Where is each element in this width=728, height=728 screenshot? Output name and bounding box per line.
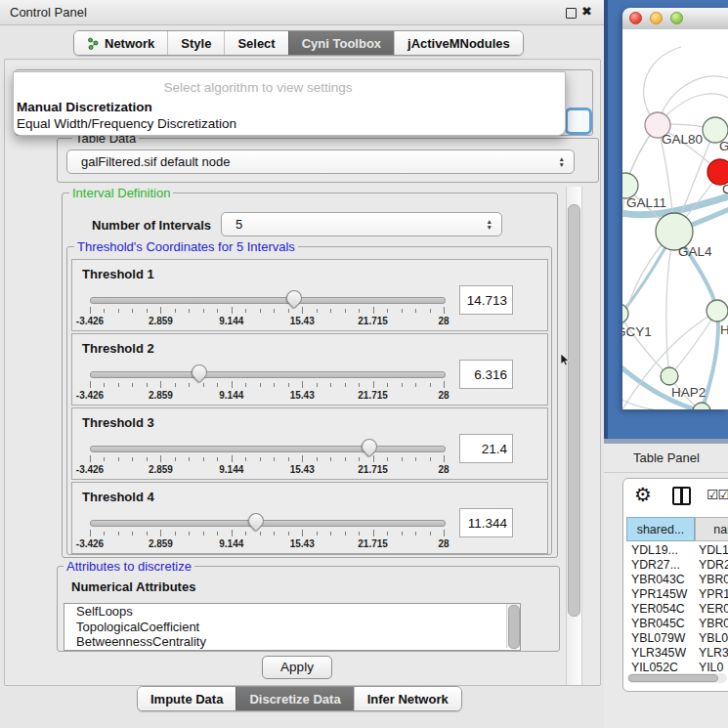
network-window-titlebar[interactable] xyxy=(622,8,728,30)
table-cell-name[interactable]: YER0 xyxy=(699,602,728,617)
table-row[interactable]: YER054CYER0 xyxy=(626,602,728,617)
table-cell-name[interactable]: YBL0 xyxy=(699,631,728,646)
table-horizontal-scrollbar[interactable] xyxy=(627,673,727,683)
tab-style[interactable]: Style xyxy=(167,31,224,55)
tab-cyni-toolbox[interactable]: Cyni Toolbox xyxy=(288,31,394,55)
table-data-combobox[interactable]: galFiltered.sif default node ▲▼ xyxy=(66,150,575,174)
threshold-value-field[interactable] xyxy=(459,285,513,315)
attribute-list-item[interactable]: SelfLoops xyxy=(64,604,520,620)
close-panel-icon[interactable]: ✖ xyxy=(581,4,592,19)
table-cell-shared-name[interactable]: YIL052C xyxy=(631,661,678,671)
table-row[interactable]: YPR145WYPR1 xyxy=(626,587,728,602)
tab-network[interactable]: Network xyxy=(74,31,167,55)
slider-tick xyxy=(90,381,91,388)
table-cell-name[interactable]: YLR3 xyxy=(699,646,728,661)
table-data-group: Table Data galFiltered.sif default node … xyxy=(57,138,599,183)
table-row[interactable]: YDL19...YDL1 xyxy=(626,543,728,558)
panel-scrollbar-thumb[interactable] xyxy=(568,204,580,617)
table-row[interactable]: YBR045CYBR0 xyxy=(626,617,728,631)
threshold-slider-thumb[interactable] xyxy=(245,510,268,533)
slider-tick xyxy=(302,307,303,314)
tick-label: 15.43 xyxy=(290,316,315,326)
table-cell-name[interactable]: YDR2 xyxy=(699,558,728,573)
slider-tick xyxy=(274,457,275,461)
network-node-label: GAL xyxy=(719,139,728,153)
table-row[interactable]: YLR345WYLR3 xyxy=(626,646,728,661)
network-node[interactable] xyxy=(693,403,710,409)
slider-tick xyxy=(444,530,445,536)
table-row[interactable]: YDR27...YDR2 xyxy=(626,558,728,573)
threshold-value-field[interactable] xyxy=(459,360,513,389)
network-node-h[interactable] xyxy=(707,300,728,321)
table-cell-name[interactable]: YBR0 xyxy=(699,617,728,631)
float-window-icon[interactable] xyxy=(566,8,577,19)
table-row[interactable]: YBL079WYBL0 xyxy=(626,631,728,646)
network-node-label: H xyxy=(720,322,728,337)
checkbox-icons[interactable]: ☑☑ xyxy=(707,487,728,502)
threshold-value-field[interactable] xyxy=(459,434,513,463)
slider-tick xyxy=(132,532,133,535)
dropdown-option-manual-discretization[interactable]: Manual Discretization xyxy=(17,100,152,114)
table-row[interactable]: YBR043CYBR0 xyxy=(626,573,728,587)
slider-tick xyxy=(147,532,148,535)
tab-infer-network[interactable]: Infer Network xyxy=(354,687,461,710)
gear-icon[interactable]: ⚙ xyxy=(634,483,652,506)
threshold-slider-track[interactable] xyxy=(90,371,446,378)
slider-tick xyxy=(118,457,119,461)
table-cell-shared-name[interactable]: YBR043C xyxy=(631,573,685,587)
network-node-hap2[interactable] xyxy=(661,367,678,385)
threshold-slider-track[interactable] xyxy=(90,446,446,452)
slider-tick xyxy=(260,383,261,387)
table-cell-name[interactable]: YBR0 xyxy=(699,573,728,587)
slider-tick xyxy=(274,532,275,535)
table-cell-shared-name[interactable]: YLR345W xyxy=(631,646,686,661)
table-cell-shared-name[interactable]: YPR145W xyxy=(631,587,687,602)
attributes-list-scrollbar[interactable] xyxy=(506,604,520,648)
threshold-slider-thumb[interactable] xyxy=(283,287,306,310)
threshold-value-field[interactable] xyxy=(459,508,513,537)
column-header-name[interactable]: name xyxy=(695,517,728,541)
tick-label: 9.144 xyxy=(219,464,243,475)
table-cell-name[interactable]: YPR1 xyxy=(699,587,728,602)
tab-select[interactable]: Select xyxy=(224,31,287,55)
column-header-shared-name[interactable]: shared... xyxy=(626,517,695,541)
table-panel-window: ⚙ ☑☑ shared... name YDL19...YDL1YDR27...… xyxy=(622,478,728,692)
number-of-intervals-label: Number of Intervals xyxy=(92,218,211,233)
table-horizontal-scrollbar-thumb[interactable] xyxy=(628,674,718,682)
table-row[interactable]: YIL052CYIL0 xyxy=(626,661,728,671)
algorithm-combobox-focus-ring[interactable] xyxy=(565,107,592,135)
panel-scrollbar[interactable] xyxy=(566,187,582,685)
split-column-divider xyxy=(680,489,683,503)
table-cell-name[interactable]: YDL1 xyxy=(699,543,728,558)
split-column-icon[interactable] xyxy=(672,487,691,505)
slider-tick xyxy=(302,530,303,536)
tab-impute-data[interactable]: Impute Data xyxy=(138,687,236,710)
apply-button[interactable]: Apply xyxy=(262,656,332,679)
threshold-slider-thumb[interactable] xyxy=(189,362,211,384)
table-cell-shared-name[interactable]: YDR27... xyxy=(631,558,680,573)
table-cell-shared-name[interactable]: YBL079W xyxy=(631,631,685,646)
threshold-slider-thumb[interactable] xyxy=(359,436,381,458)
network-canvas[interactable]: GAL80GALCGAL11GAL4GCY1HHAP2 xyxy=(622,29,728,409)
tick-label: 15.43 xyxy=(290,464,315,475)
tab-jactivemnodules[interactable]: jActiveMNodules xyxy=(394,31,523,55)
zoom-traffic-light-icon[interactable] xyxy=(670,12,683,24)
threshold-slider-track[interactable] xyxy=(90,297,446,304)
minimize-traffic-light-icon[interactable] xyxy=(650,12,663,24)
table-cell-shared-name[interactable]: YER054C xyxy=(631,602,685,617)
slider-tick xyxy=(260,457,261,461)
threshold-slider-track[interactable] xyxy=(90,520,446,527)
attribute-list-item[interactable]: BetweennessCentrality xyxy=(64,634,520,650)
table-cell-shared-name[interactable]: YDL19... xyxy=(631,543,678,558)
slider-tick xyxy=(317,383,318,387)
attributes-list-scrollbar-thumb[interactable] xyxy=(508,605,520,649)
slider-tick xyxy=(203,532,204,535)
slider-tick xyxy=(373,307,374,314)
tab-discretize-data[interactable]: Discretize Data xyxy=(236,687,353,710)
number-of-intervals-combobox[interactable]: 5 ▲▼ xyxy=(221,212,502,236)
attribute-list-item[interactable]: TopologicalCoefficient xyxy=(64,620,520,635)
table-cell-shared-name[interactable]: YBR045C xyxy=(631,617,685,631)
dropdown-option-equal-width-frequency[interactable]: Equal Width/Frequency Discretization xyxy=(17,116,236,131)
close-traffic-light-icon[interactable] xyxy=(629,12,642,24)
table-cell-name[interactable]: YIL0 xyxy=(699,661,723,671)
